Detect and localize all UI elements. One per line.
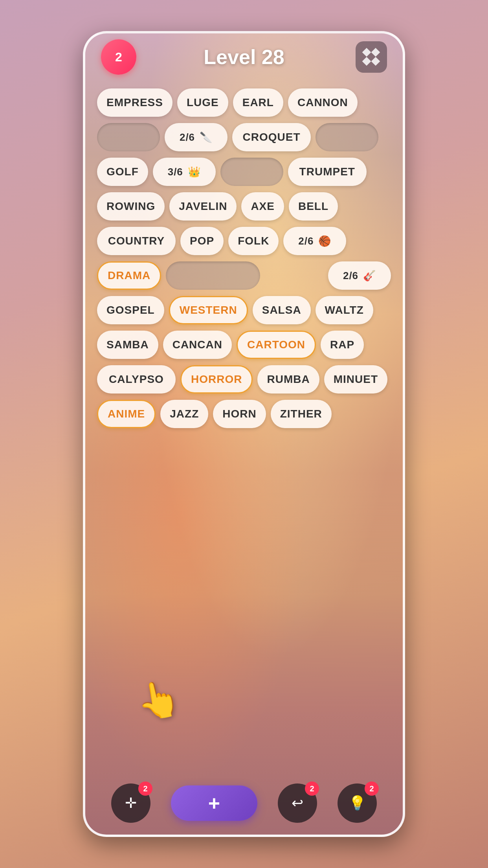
word-row-7: GOSPEL WESTERN SALSA WALTZ xyxy=(97,296,391,324)
chip-cartoon[interactable]: CARTOON xyxy=(237,331,316,359)
chip-earl[interactable]: EARL xyxy=(233,88,283,117)
chip-counter-knife[interactable]: 2/6 🔪 xyxy=(165,123,227,151)
chip-rumba[interactable]: RUMBA xyxy=(257,365,319,394)
grid-icon xyxy=(363,49,379,65)
word-row-2: 2/6 🔪 CROQUET xyxy=(97,123,391,151)
bottom-toolbar: ✛ 2 + ↩ 2 💡 2 xyxy=(85,783,403,823)
chip-horror[interactable]: HORROR xyxy=(180,365,253,394)
chip-rowing[interactable]: ROWING xyxy=(97,192,165,221)
grid-diamond-1 xyxy=(362,48,371,57)
undo-badge: 2 xyxy=(305,782,319,796)
chip-bell[interactable]: BELL xyxy=(289,192,338,221)
chip-blank-3 xyxy=(220,158,283,186)
header: 2 Level 28 xyxy=(85,45,403,69)
chip-gospel[interactable]: GOSPEL xyxy=(97,296,164,324)
word-row-6: DRAMA 2/6 🎸 xyxy=(97,261,391,290)
heart-count: 2 xyxy=(115,50,122,64)
chip-empress[interactable]: EMPRESS xyxy=(97,88,172,117)
guitar-icon: 🎸 xyxy=(363,270,376,282)
undo-icon: ↩ xyxy=(292,795,303,811)
chip-samba[interactable]: SAMBA xyxy=(97,331,158,359)
grid-diamond-2 xyxy=(371,48,380,57)
chip-calypso[interactable]: CALYPSO xyxy=(97,365,176,394)
level-title: Level 28 xyxy=(204,45,284,69)
word-row-9: CALYPSO HORROR RUMBA MINUET xyxy=(97,365,391,394)
word-row-10: ANIME JAZZ HORN ZITHER xyxy=(97,400,391,428)
chip-luge[interactable]: LUGE xyxy=(177,88,228,117)
chip-country[interactable]: COUNTRY xyxy=(97,227,176,255)
chip-counter-guitar[interactable]: 2/6 🎸 xyxy=(328,261,391,290)
move-icon: ✛ xyxy=(125,795,137,811)
undo-button[interactable]: ↩ 2 xyxy=(278,783,317,823)
move-badge: 2 xyxy=(138,782,152,796)
chip-minuet[interactable]: MINUET xyxy=(324,365,387,394)
grid-button[interactable] xyxy=(356,41,387,73)
chip-blank-4 xyxy=(166,261,260,290)
chip-horn[interactable]: HORN xyxy=(213,400,266,428)
chip-salsa[interactable]: SALSA xyxy=(253,296,311,324)
chip-blank-2 xyxy=(316,123,378,151)
chip-western[interactable]: WESTERN xyxy=(169,296,248,324)
word-row-5: COUNTRY POP FOLK 2/6 🏀 xyxy=(97,227,391,255)
chip-zither[interactable]: ZITHER xyxy=(271,400,332,428)
chip-pop[interactable]: POP xyxy=(180,227,224,255)
chip-anime[interactable]: ANIME xyxy=(97,400,156,428)
chip-blank-1 xyxy=(97,123,160,151)
hint-button[interactable]: 💡 2 xyxy=(338,783,377,823)
chip-croquet[interactable]: CROQUET xyxy=(232,123,311,151)
chip-rap[interactable]: RAP xyxy=(321,331,364,359)
word-grid: EMPRESS LUGE EARL CANNON 2/6 🔪 CROQUET G… xyxy=(97,88,391,434)
basketball-icon: 🏀 xyxy=(318,235,331,247)
chip-cancan[interactable]: CANCAN xyxy=(163,331,232,359)
chip-waltz[interactable]: WALTZ xyxy=(316,296,373,324)
chip-folk[interactable]: FOLK xyxy=(228,227,279,255)
chip-counter-crown[interactable]: 3/6 👑 xyxy=(153,158,216,186)
chip-axe[interactable]: AXE xyxy=(241,192,284,221)
crown-icon: 👑 xyxy=(188,166,201,178)
chip-counter-basketball[interactable]: 2/6 🏀 xyxy=(283,227,346,255)
chip-cannon[interactable]: CANNON xyxy=(288,88,358,117)
word-row-3: GOLF 3/6 👑 TRUMPET xyxy=(97,158,391,186)
grid-diamond-4 xyxy=(371,57,380,66)
chip-golf[interactable]: GOLF xyxy=(97,158,148,186)
chip-jazz[interactable]: JAZZ xyxy=(160,400,208,428)
hand-cursor: 👆 xyxy=(133,676,184,724)
add-button[interactable]: + xyxy=(171,785,257,821)
move-button[interactable]: ✛ 2 xyxy=(111,783,150,823)
word-row-8: SAMBA CANCAN CARTOON RAP xyxy=(97,331,391,359)
hearts-badge: 2 xyxy=(101,39,136,75)
chip-javelin[interactable]: JAVELIN xyxy=(169,192,237,221)
add-icon: + xyxy=(208,791,220,815)
chip-drama[interactable]: DRAMA xyxy=(97,261,161,290)
grid-diamond-3 xyxy=(362,57,371,66)
word-row-1: EMPRESS LUGE EARL CANNON xyxy=(97,88,391,117)
phone-frame: 2 Level 28 EMPRESS LUGE EARL CANNON 2/6 xyxy=(83,31,405,837)
word-row-4: ROWING JAVELIN AXE BELL xyxy=(97,192,391,221)
hint-badge: 2 xyxy=(365,782,379,796)
hint-icon: 💡 xyxy=(349,795,366,811)
knife-icon: 🔪 xyxy=(200,131,213,143)
chip-trumpet[interactable]: TRUMPET xyxy=(288,158,367,186)
